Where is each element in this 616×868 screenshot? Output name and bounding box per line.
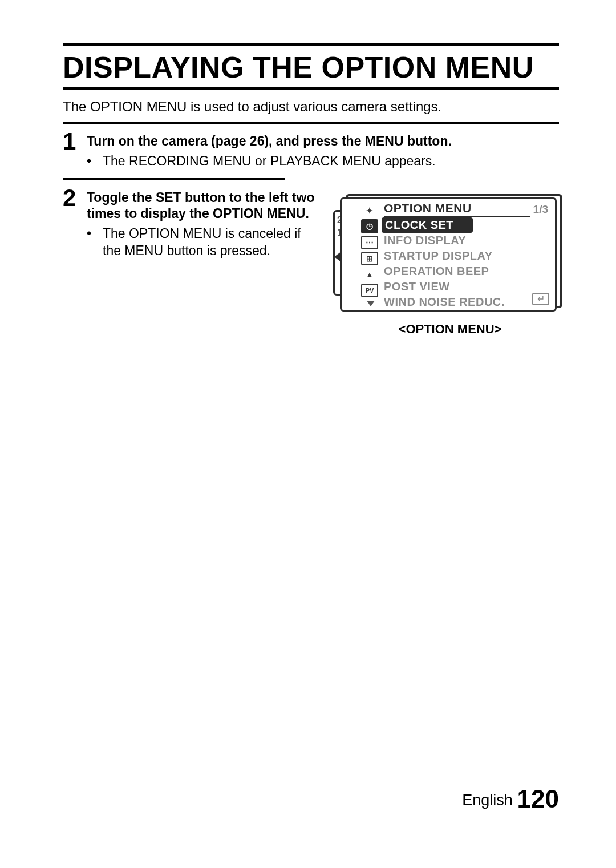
menu-item-operation-beep: OPERATION BEEP bbox=[384, 264, 552, 279]
menu-item-info-display: INFO DISPLAY bbox=[384, 233, 552, 248]
down-arrow-icon bbox=[367, 301, 375, 306]
page-title: DISPLAYING THE OPTION MENU bbox=[63, 50, 559, 84]
beep-icon: ▲ bbox=[361, 268, 378, 281]
figure-caption: <OPTION MENU> bbox=[333, 322, 567, 337]
footer-language: English bbox=[462, 792, 513, 809]
menu-item-wind-noise: WIND NOISE REDUC. bbox=[384, 294, 552, 310]
wrench-icon: ✦ bbox=[361, 204, 378, 217]
return-icon: ↵ bbox=[532, 293, 549, 305]
page-footer: English 120 bbox=[462, 785, 559, 813]
menu-item-post-view: POST VIEW bbox=[384, 279, 552, 294]
postview-icon: PV bbox=[361, 284, 378, 297]
step-heading: Toggle the SET button to the left two ti… bbox=[87, 189, 321, 223]
step-1: 1 Turn on the camera (page 26), and pres… bbox=[63, 130, 559, 170]
menu-item-startup-display: STARTUP DISPLAY bbox=[384, 248, 552, 264]
intro-text: The OPTION MENU is used to adjust variou… bbox=[63, 99, 559, 115]
lcd-title: OPTION MENU bbox=[384, 201, 530, 217]
clock-icon: ◷ bbox=[361, 219, 378, 233]
lcd-page-indicator: 1/3 bbox=[530, 203, 552, 216]
bullet-text: The RECORDING MENU or PLAYBACK MENU appe… bbox=[103, 153, 436, 170]
bullet-text: The OPTION MENU is canceled if the MENU … bbox=[103, 225, 321, 260]
step-number: 2 bbox=[63, 186, 87, 210]
step-bullet: • The OPTION MENU is canceled if the MEN… bbox=[87, 225, 321, 260]
step-number: 1 bbox=[63, 130, 87, 154]
step-heading: Turn on the camera (page 26), and press … bbox=[87, 133, 559, 150]
lcd-figure: 2 1 ✦ ◷ ⋯ ⊞ ▲ PV bbox=[333, 191, 567, 316]
lcd-icon-column: ✦ ◷ ⋯ ⊞ ▲ PV bbox=[361, 201, 380, 306]
startup-icon: ⊞ bbox=[361, 252, 378, 265]
info-icon: ⋯ bbox=[361, 236, 378, 249]
step-2: 2 Toggle the SET button to the left two … bbox=[63, 186, 559, 337]
footer-page-number: 120 bbox=[517, 785, 559, 813]
bullet-dot-icon: • bbox=[87, 153, 103, 170]
step-bullet: • The RECORDING MENU or PLAYBACK MENU ap… bbox=[87, 153, 559, 170]
menu-item-clock-set: CLOCK SET bbox=[382, 217, 473, 233]
bullet-dot-icon: • bbox=[87, 225, 103, 260]
